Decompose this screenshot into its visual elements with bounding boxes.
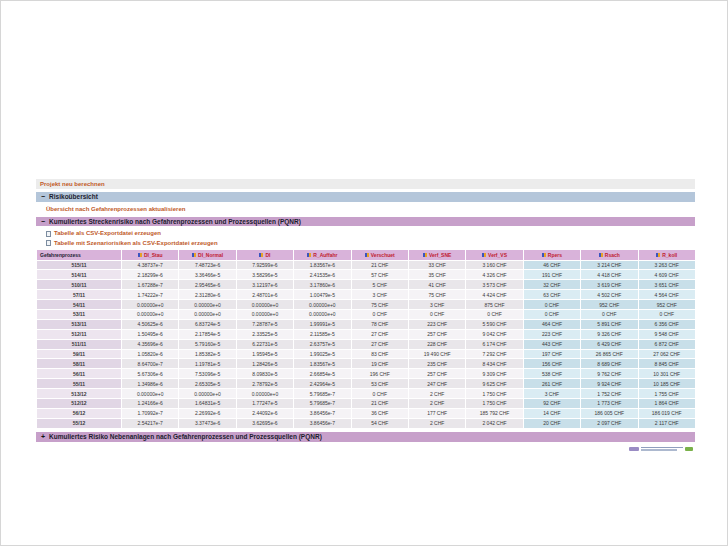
table-cell: 6.83724e-5 bbox=[179, 319, 236, 329]
expand-icon[interactable]: + bbox=[41, 433, 45, 440]
table-cell: 3 CHF bbox=[351, 290, 408, 300]
table-cell: 1 750 CHF bbox=[466, 398, 523, 408]
table-cell: 6 872 CHF bbox=[638, 339, 695, 349]
logo-purple-chip bbox=[629, 447, 639, 451]
section-route-risk[interactable]: − Kumuliertes Streckenrisiko nach Gefahr… bbox=[36, 217, 695, 227]
column-sort-icon bbox=[599, 253, 603, 257]
column-sort-icon bbox=[259, 253, 263, 257]
table-cell: 5.79160e-5 bbox=[179, 339, 236, 349]
update-overview-link[interactable]: Übersicht nach Gefahrenprozessen aktuali… bbox=[46, 206, 185, 213]
table-cell: 228 CHF bbox=[408, 339, 465, 349]
table-cell: 2.63757e-5 bbox=[294, 339, 351, 349]
table-cell: 1.74222e-7 bbox=[122, 290, 179, 300]
row-id-cell: 55/12 bbox=[37, 418, 122, 428]
csv-file-icon bbox=[46, 240, 51, 246]
table-cell: 443 CHF bbox=[523, 339, 580, 349]
table-cell: 3 573 CHF bbox=[466, 280, 523, 290]
row-id-cell: 55/11 bbox=[37, 379, 122, 389]
table-cell: 9 762 CHF bbox=[581, 369, 638, 379]
column-sort-icon bbox=[307, 253, 311, 257]
table-cell: 0.00000e+0 bbox=[122, 300, 179, 310]
row-id-cell: 513/11 bbox=[37, 319, 122, 329]
table-row: 54/110.00000e+00.00000e+00.00000e+00.000… bbox=[37, 300, 696, 310]
table-row: 512/111.50495e-62.17854e-52.33525e-52.11… bbox=[37, 329, 696, 339]
column-header-verf_sne[interactable]: Verf_SNE bbox=[408, 249, 465, 260]
table-cell: 3 619 CHF bbox=[581, 280, 638, 290]
row-id-cell: 510/11 bbox=[37, 280, 122, 290]
table-row: 58/118.64700e-71.19781e-51.28426e-51.835… bbox=[37, 359, 696, 369]
csv-scenario-export-link[interactable]: Tabelle mit Szenariorisiken als CSV-Expo… bbox=[54, 240, 218, 247]
table-cell: 0.00000e+0 bbox=[122, 309, 179, 319]
csv-file-icon bbox=[46, 231, 51, 237]
table-cell: 2 CHF bbox=[408, 418, 465, 428]
table-cell: 53 CHF bbox=[351, 379, 408, 389]
column-header-di_normal[interactable]: DI_Normal bbox=[179, 249, 236, 260]
row-id-cell: 513/12 bbox=[37, 389, 122, 399]
section-side-risk[interactable]: + Kumuliertes Risiko Nebenanlagen nach G… bbox=[36, 432, 695, 442]
logo-caption-lines bbox=[641, 447, 683, 451]
table-cell: 0.00000e+0 bbox=[236, 389, 293, 399]
table-cell: 0 CHF bbox=[351, 309, 408, 319]
column-header-di[interactable]: DI bbox=[236, 249, 293, 260]
table-cell: 4 424 CHF bbox=[466, 290, 523, 300]
column-sort-icon bbox=[365, 253, 369, 257]
row-id-cell: 58/11 bbox=[37, 359, 122, 369]
table-cell: 5 590 CHF bbox=[466, 319, 523, 329]
row-id-cell: 515/11 bbox=[37, 260, 122, 270]
column-header-verf_vs[interactable]: Verf_VS bbox=[466, 249, 523, 260]
table-cell: 4 564 CHF bbox=[638, 290, 695, 300]
column-header-di_stau[interactable]: DI_Stau bbox=[122, 249, 179, 260]
table-row: 512/121.24166e-61.64831e-51.77247e-55.79… bbox=[37, 398, 696, 408]
collapse-icon[interactable]: − bbox=[41, 217, 45, 224]
table-cell: 41 CHF bbox=[408, 280, 465, 290]
table-cell: 2.42964e-5 bbox=[294, 379, 351, 389]
column-sort-icon bbox=[482, 253, 486, 257]
collapse-icon[interactable]: − bbox=[41, 193, 45, 200]
table-cell: 3 CHF bbox=[408, 300, 465, 310]
row-id-cell: 514/11 bbox=[37, 270, 122, 280]
table-cell: 1.67288e-7 bbox=[122, 280, 179, 290]
table-cell: 4.35696e-6 bbox=[122, 339, 179, 349]
column-sort-icon bbox=[542, 253, 546, 257]
row-id-cell: 512/12 bbox=[37, 398, 122, 408]
csv-export-link[interactable]: Tabelle als CSV-Exportdatei erzeugen bbox=[54, 230, 161, 237]
table-cell: 2.65305e-5 bbox=[179, 379, 236, 389]
table-cell: 3.12197e-6 bbox=[236, 280, 293, 290]
table-cell: 3 651 CHF bbox=[638, 280, 695, 290]
table-cell: 8 434 CHF bbox=[466, 359, 523, 369]
table-cell: 2.41535e-6 bbox=[294, 270, 351, 280]
table-cell: 1.99991e-5 bbox=[294, 319, 351, 329]
table-cell: 0.00000e+0 bbox=[294, 300, 351, 310]
table-row: 510/111.67288e-72.95465e-63.12197e-63.17… bbox=[37, 280, 696, 290]
risk-overview-page: Projekt neu berechnen − Risikoübersicht … bbox=[36, 179, 695, 451]
column-header-rsach[interactable]: Rsach bbox=[581, 249, 638, 260]
table-cell: 3.36466e-5 bbox=[179, 270, 236, 280]
table-cell: 2.31280e-6 bbox=[179, 290, 236, 300]
table-cell: 247 CHF bbox=[408, 379, 465, 389]
table-cell: 9 042 CHF bbox=[466, 329, 523, 339]
table-cell: 1 750 CHF bbox=[466, 389, 523, 399]
column-header-rpers[interactable]: Rpers bbox=[523, 249, 580, 260]
column-header-verschuet[interactable]: Verschuet bbox=[351, 249, 408, 260]
table-cell: 26 865 CHF bbox=[581, 349, 638, 359]
table-cell: 0 CHF bbox=[581, 309, 638, 319]
table-cell: 46 CHF bbox=[523, 260, 580, 270]
table-cell: 9 309 CHF bbox=[466, 369, 523, 379]
table-cell: 2.17854e-5 bbox=[179, 329, 236, 339]
table-cell: 32 CHF bbox=[523, 280, 580, 290]
table-cell: 257 CHF bbox=[408, 369, 465, 379]
table-cell: 6 356 CHF bbox=[638, 319, 695, 329]
table-cell: 0 CHF bbox=[638, 309, 695, 319]
table-cell: 1.70992e-7 bbox=[122, 408, 179, 418]
section-risk-overview[interactable]: − Risikoübersicht bbox=[36, 192, 695, 202]
table-cell: 2.78792e-5 bbox=[236, 379, 293, 389]
table-cell: 235 CHF bbox=[408, 359, 465, 369]
table-cell: 54 CHF bbox=[351, 418, 408, 428]
table-cell: 4 418 CHF bbox=[581, 270, 638, 280]
column-header-r_koll[interactable]: R_koll bbox=[638, 249, 695, 260]
table-row: 55/111.34986e-62.65305e-52.78792e-52.429… bbox=[37, 379, 696, 389]
column-header-r_auffahr[interactable]: R_Auffahr bbox=[294, 249, 351, 260]
table-cell: 7.28787e-5 bbox=[236, 319, 293, 329]
recalc-project-link[interactable]: Projekt neu berechnen bbox=[40, 181, 105, 188]
table-cell: 2 CHF bbox=[408, 398, 465, 408]
